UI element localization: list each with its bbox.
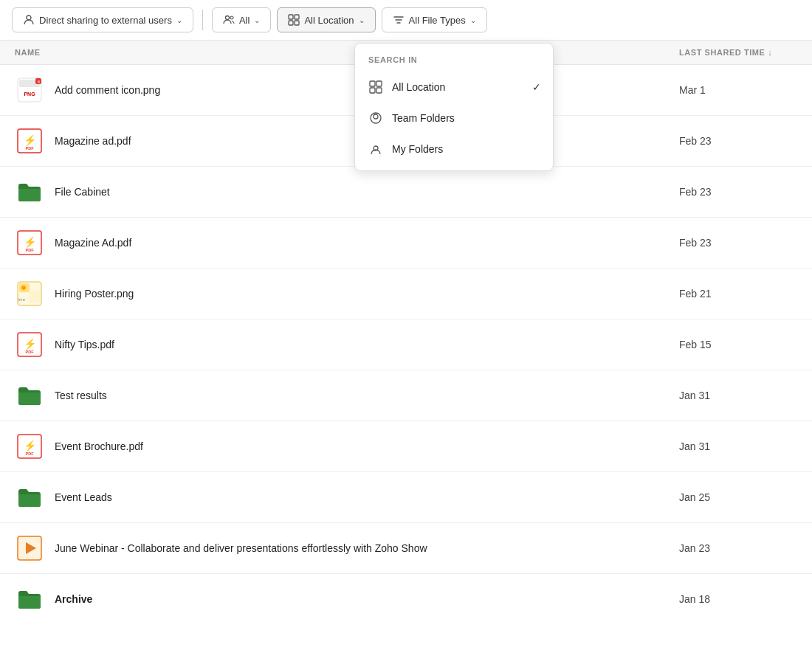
- row-name: Test results: [55, 390, 679, 401]
- svg-text:⚡: ⚡: [24, 134, 37, 147]
- svg-rect-6: [295, 21, 299, 25]
- folder-icon: [15, 177, 44, 207]
- presentation-icon: [15, 533, 44, 563]
- svg-point-28: [21, 286, 26, 290]
- team-folders-dropdown-icon: [368, 111, 383, 125]
- row-time: Jan 18: [679, 593, 797, 605]
- all-filter-button[interactable]: All ⌄: [212, 7, 271, 32]
- check-icon: ✓: [532, 81, 541, 93]
- svg-text:✕: ✕: [37, 80, 41, 84]
- dropdown-item-all-location-label: All Location: [392, 81, 445, 93]
- svg-text:PNG: PNG: [24, 91, 35, 97]
- svg-rect-10: [376, 88, 382, 93]
- filetype-filter-button[interactable]: All File Types ⌄: [382, 7, 487, 32]
- file-icon: hire: [15, 279, 44, 308]
- row-name: Archive: [55, 593, 679, 605]
- row-time: Jan 25: [679, 491, 797, 503]
- row-time: Feb 21: [679, 288, 797, 300]
- divider: [202, 10, 203, 30]
- table-row[interactable]: ⚡ PDF Event Brochure.pdf Jan 31: [0, 421, 812, 472]
- col-time-header[interactable]: LAST SHARED TIME ↓: [679, 48, 797, 57]
- file-icon: ⚡ PDF: [15, 126, 44, 156]
- sharing-filter-button[interactable]: Direct sharing to external users ⌄: [12, 7, 193, 32]
- table-row[interactable]: hire Hiring Poster.png Feb 21: [0, 269, 812, 319]
- svg-text:⚡: ⚡: [24, 440, 37, 452]
- svg-text:PDF: PDF: [26, 248, 35, 252]
- table-row[interactable]: ⚡ PDF Magazine Ad.pdf Feb 23: [0, 218, 812, 269]
- location-dropdown: SEARCH IN All Location ✓ Team Folde: [354, 43, 554, 171]
- svg-rect-4: [295, 15, 299, 19]
- svg-text:⚡: ⚡: [24, 338, 37, 350]
- row-time: Feb 23: [679, 237, 797, 249]
- svg-text:PDF: PDF: [26, 452, 35, 456]
- svg-rect-5: [289, 21, 293, 25]
- row-time: Jan 31: [679, 440, 797, 452]
- svg-point-2: [230, 16, 233, 19]
- svg-point-11: [374, 114, 378, 119]
- folder-icon: [15, 381, 44, 410]
- sharing-filter-label: Direct sharing to external users: [39, 15, 172, 26]
- table-row[interactable]: ⚡ PDF Nifty Tips.pdf Feb 15: [0, 319, 812, 370]
- toolbar: Direct sharing to external users ⌄ All ⌄…: [0, 0, 812, 41]
- row-time: Mar 1: [679, 84, 797, 96]
- folder-icon: [15, 584, 44, 614]
- row-name: Hiring Poster.png: [55, 288, 679, 300]
- svg-text:PDF: PDF: [26, 350, 35, 354]
- table-row[interactable]: June Webinar - Collaborate and deliver p…: [0, 523, 812, 574]
- row-name: Event Brochure.pdf: [55, 440, 679, 452]
- location-icon: [288, 14, 300, 26]
- chevron-down-icon: ⌄: [176, 16, 182, 24]
- row-time: Jan 31: [679, 390, 797, 401]
- chevron-down-icon-4: ⌄: [470, 16, 476, 24]
- dropdown-item-my-folders[interactable]: My Folders: [355, 134, 553, 165]
- chevron-down-icon-2: ⌄: [254, 16, 260, 24]
- row-time: Feb 23: [679, 186, 797, 198]
- user-share-icon: [23, 14, 35, 26]
- dropdown-item-all-location[interactable]: All Location ✓: [355, 72, 553, 103]
- file-icon: ⚡ PDF: [15, 228, 44, 257]
- table-row[interactable]: File Cabinet Feb 23: [0, 167, 812, 218]
- dropdown-item-team-folders-label: Team Folders: [392, 112, 455, 124]
- file-icon: PNG ✕: [15, 75, 44, 105]
- svg-text:hire: hire: [18, 297, 26, 302]
- chevron-down-icon-3: ⌄: [359, 16, 365, 24]
- filter-icon: [393, 14, 405, 26]
- table-row[interactable]: Archive Jan 18: [0, 574, 812, 624]
- svg-rect-9: [370, 88, 375, 93]
- my-folders-dropdown-icon: [368, 142, 383, 156]
- all-location-dropdown-icon: [368, 80, 383, 94]
- svg-text:⚡: ⚡: [24, 236, 37, 249]
- col-name-header: NAME: [15, 48, 679, 57]
- row-name: Event Leads: [55, 491, 679, 503]
- dropdown-search-label: SEARCH IN: [355, 49, 553, 72]
- filetype-filter-label: All File Types: [409, 15, 466, 26]
- file-icon: ⚡ PDF: [15, 330, 44, 359]
- svg-rect-29: [30, 291, 40, 302]
- row-name: June Webinar - Collaborate and deliver p…: [55, 542, 679, 554]
- svg-rect-8: [376, 81, 382, 86]
- all-filter-label: All: [239, 15, 250, 26]
- svg-point-1: [225, 16, 229, 20]
- svg-rect-7: [370, 81, 375, 86]
- svg-point-0: [27, 15, 31, 20]
- dropdown-item-team-folders[interactable]: Team Folders: [355, 103, 553, 134]
- row-time: Feb 23: [679, 135, 797, 147]
- file-icon: ⚡ PDF: [15, 432, 44, 461]
- row-name: File Cabinet: [55, 186, 679, 198]
- svg-rect-3: [289, 15, 293, 19]
- location-filter-label: All Location: [304, 15, 354, 26]
- dropdown-item-my-folders-label: My Folders: [392, 143, 443, 155]
- row-name: Nifty Tips.pdf: [55, 339, 679, 350]
- table-row[interactable]: Test results Jan 31: [0, 370, 812, 421]
- users-icon: [223, 14, 235, 26]
- table-row[interactable]: Event Leads Jan 25: [0, 472, 812, 523]
- svg-text:PDF: PDF: [26, 146, 35, 151]
- location-filter-button[interactable]: All Location ⌄: [277, 7, 375, 32]
- row-time: Jan 23: [679, 542, 797, 554]
- row-name: Magazine Ad.pdf: [55, 237, 679, 249]
- row-time: Feb 15: [679, 339, 797, 350]
- folder-icon: [15, 483, 44, 512]
